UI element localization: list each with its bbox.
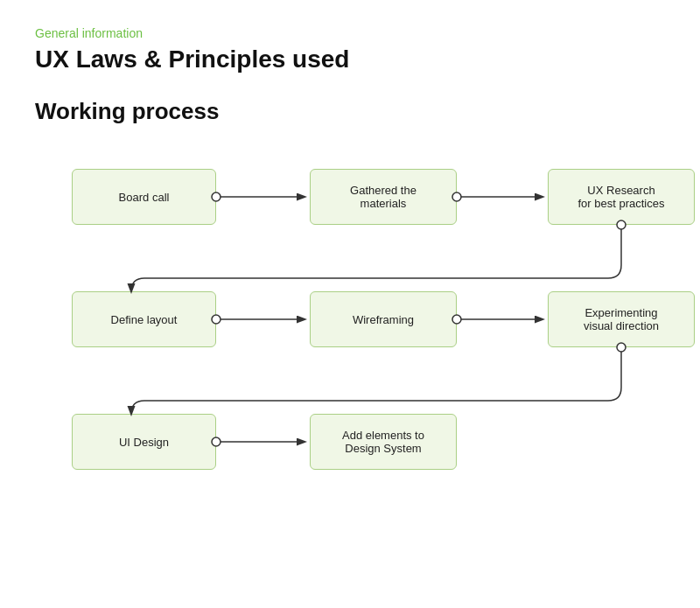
node-define-layout: Define layout <box>72 291 216 347</box>
node-ui-design: UI Design <box>72 414 216 470</box>
node-board-call: Board call <box>72 169 216 225</box>
diagram-container: Board call Gathered the materials UX Res… <box>35 151 665 519</box>
category-label: General information <box>35 26 665 40</box>
section-title: Working process <box>35 98 665 125</box>
node-experimenting: Experimenting visual direction <box>548 291 695 347</box>
node-wireframing: Wireframing <box>310 291 457 347</box>
node-ux-research: UX Research for best practices <box>548 169 695 225</box>
node-gathered-materials: Gathered the materials <box>310 169 457 225</box>
node-add-elements: Add elements to Design System <box>310 414 457 470</box>
page-title: UX Laws & Principles used <box>35 45 665 73</box>
